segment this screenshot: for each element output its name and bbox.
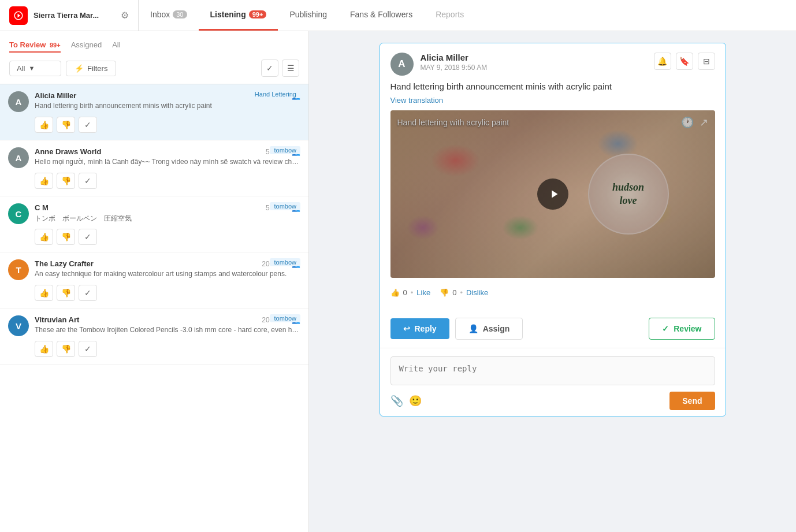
list-item[interactable]: tombow V Vitruvian Art 20 hours 👥 These … [0, 308, 308, 364]
item-author-name: C M [35, 203, 49, 212]
tab-all[interactable]: All [112, 38, 120, 53]
thumbs-down-button[interactable]: 👎 [57, 229, 75, 245]
item-actions: 👍 👎 ✓ [35, 117, 300, 133]
item-top: A Anne Draws World 5 hours 👥 Hello mọi n… [8, 147, 300, 168]
list-item[interactable]: tombow A Anne Draws World 5 hours 👥 Hell… [0, 140, 308, 196]
likes-count: 0 [403, 288, 407, 297]
item-tag: tombow [270, 258, 300, 266]
select-all-button[interactable]: ✓ [261, 59, 278, 77]
card-author: Alicia Miller MAY 9, 2018 9:50 AM [421, 53, 647, 72]
tab-fans[interactable]: Fans & Followers [339, 0, 424, 31]
item-top: T The Lazy Crafter 20 hours 👥 An easy te… [8, 259, 300, 280]
play-button[interactable] [537, 178, 568, 210]
tab-inbox[interactable]: Inbox 30 [139, 0, 199, 31]
avatar: V [8, 315, 29, 336]
check-button[interactable]: ✓ [79, 285, 97, 301]
item-actions: 👍 👎 ✓ [35, 341, 300, 357]
check-button[interactable]: ✓ [79, 229, 97, 245]
check-button[interactable]: ✓ [79, 117, 97, 133]
gear-icon[interactable]: ⚙ [121, 10, 129, 21]
card-actions: ↩ Reply 👤 Assign ✓ Review [380, 312, 726, 348]
assign-button[interactable]: 👤 Assign [455, 318, 523, 340]
thumbs-down-button[interactable]: 👎 [57, 341, 75, 357]
list-item[interactable]: tombow C C M 5 hours 👥 トンボ ボールペン 圧縮空気 [0, 196, 308, 252]
video-thumbnail[interactable]: Hand lettering with acrylic paint 🕐 ↗ hu… [390, 110, 715, 278]
list-item[interactable]: tombow T The Lazy Crafter 20 hours 👥 An … [0, 252, 308, 308]
reply-box: 📎 🙂 Send [380, 348, 726, 416]
avatar: T [8, 259, 29, 280]
review-button[interactable]: ✓ Review [649, 318, 715, 340]
card-avatar: A [390, 53, 414, 76]
bookmark-button[interactable]: 🔔 [654, 53, 671, 70]
thumbs-down-button[interactable]: 👎 [57, 117, 75, 133]
dislike-link[interactable]: Dislike [466, 288, 488, 297]
item-actions: 👍 👎 ✓ [35, 229, 300, 245]
check-icon: ✓ [266, 64, 273, 73]
filter-icon: ⚡ [75, 64, 84, 73]
check-button[interactable]: ✓ [79, 173, 97, 189]
tab-reports[interactable]: Reports [424, 0, 475, 31]
flag-button[interactable]: 🔖 [676, 53, 693, 70]
tab-assigned[interactable]: Assigned [71, 38, 102, 53]
thumbs-down-button[interactable]: 👎 [57, 285, 75, 301]
item-meta: Vitruvian Art 20 hours 👥 [35, 315, 300, 324]
item-author-name: Vitruvian Art [35, 315, 79, 324]
item-text: Hand lettering birth announcement minis … [35, 102, 300, 110]
item-top: V Vitruvian Art 20 hours 👥 These are the… [8, 315, 300, 336]
thumbs-up-button[interactable]: 👍 [35, 229, 53, 245]
item-body: Vitruvian Art 20 hours 👥 These are the T… [35, 315, 300, 334]
avatar: C [8, 203, 29, 224]
reply-input[interactable] [390, 356, 715, 385]
sidebar-actions: All ▼ ⚡ Filters ✓ ☰ [9, 59, 299, 77]
card-title: Hand lettering birth announcement minis … [390, 81, 715, 91]
reply-button[interactable]: ↩ Reply [390, 318, 449, 339]
avatar: A [8, 91, 29, 112]
item-top: C C M 5 hours 👥 トンボ ボールペン 圧縮空気 [8, 203, 300, 224]
bulk-action-button[interactable]: ☰ [282, 59, 299, 77]
thumbs-down-button[interactable]: 👎 [57, 173, 75, 189]
tab-to-review[interactable]: To Review 99+ [9, 38, 61, 53]
tab-publishing[interactable]: Publishing [278, 0, 339, 31]
item-tag: tombow [270, 314, 300, 322]
tab-listening[interactable]: Listening 99+ [199, 0, 278, 31]
item-meta: Anne Draws World 5 hours 👥 [35, 147, 300, 156]
item-text: An easy technique for making watercolour… [35, 270, 300, 278]
item-author-name: The Lazy Crafter [35, 259, 94, 268]
thumbs-up-button[interactable]: 👍 [35, 117, 53, 133]
list-item[interactable]: Hand Lettering A Alicia Miller an hour 👥… [0, 84, 308, 140]
filter-dropdown[interactable]: All ▼ [9, 61, 61, 76]
reply-icon: ↩ [403, 324, 410, 333]
item-text: トンボ ボールペン 圧縮空気 [35, 214, 300, 224]
reply-footer: 📎 🙂 Send [390, 392, 715, 410]
filters-button[interactable]: ⚡ Filters [66, 61, 116, 76]
like-link[interactable]: Like [416, 288, 430, 297]
likes-row: 👍 0 • Like 👎 0 • Dislike [390, 286, 715, 305]
item-text: These are the Tombow Irojiten Colored Pe… [35, 326, 300, 334]
sidebar-tab-bar: To Review 99+ Assigned All [9, 38, 299, 53]
item-meta: C M 5 hours 👥 [35, 203, 300, 212]
card-icon-row: 🔔 🔖 ⊟ [654, 53, 715, 70]
view-translation-link[interactable]: View translation [390, 96, 715, 105]
list-icon: ☰ [287, 64, 295, 73]
item-actions: 👍 👎 ✓ [35, 285, 300, 301]
attachment-button[interactable]: 📎 [390, 395, 403, 407]
brand: Sierra Tierra Mar... ⚙ [0, 0, 139, 31]
video-overlay[interactable] [390, 110, 715, 278]
check-button[interactable]: ✓ [79, 341, 97, 357]
thumbs-up-button[interactable]: 👍 [35, 173, 53, 189]
check-circle-icon: ✓ [662, 324, 669, 333]
thumbs-up-button[interactable]: 👍 [35, 341, 53, 357]
thumbs-up-button[interactable]: 👍 [35, 285, 53, 301]
item-body: Anne Draws World 5 hours 👥 Hello mọi ngư… [35, 147, 300, 166]
thumbs-down-icon: 👎 [440, 288, 449, 297]
emoji-button[interactable]: 🙂 [409, 395, 422, 407]
chevron-down-icon: ▼ [28, 65, 35, 72]
card-author-date: MAY 9, 2018 9:50 AM [421, 64, 647, 72]
brand-icon [9, 6, 28, 25]
more-button[interactable]: ⊟ [698, 53, 715, 70]
item-body: C M 5 hours 👥 トンボ ボールペン 圧縮空気 [35, 203, 300, 224]
send-button[interactable]: Send [669, 392, 715, 410]
person-icon: 👤 [468, 324, 478, 333]
card-content: Hand lettering birth announcement minis … [380, 81, 726, 312]
item-body: The Lazy Crafter 20 hours 👥 An easy tech… [35, 259, 300, 278]
